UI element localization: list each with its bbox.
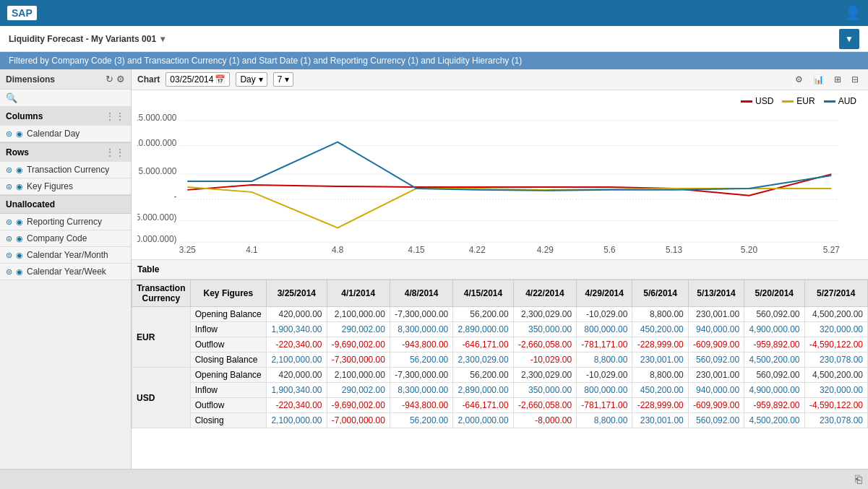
share-icon[interactable]: ⎗ <box>855 473 862 486</box>
value-cell: -609,909.00 <box>688 337 744 352</box>
value-cell: 290,002.00 <box>327 383 390 398</box>
value-cell: 2,890,000.00 <box>453 383 513 398</box>
svg-text:15.000.000: 15.000.000 <box>137 113 177 123</box>
th-date-2: 4/8/2014 <box>390 280 452 307</box>
columns-drag-icon[interactable]: ⋮⋮ <box>105 111 125 122</box>
value-cell: -9,690,002.00 <box>327 398 390 413</box>
value-cell: -4,590,122.00 <box>804 337 868 352</box>
unallocated-item-company-code[interactable]: ⊜ ◉ Company Code <box>0 230 131 247</box>
th-date-1: 4/1/2014 <box>327 280 390 307</box>
value-cell: -7,300,000.00 <box>390 307 452 322</box>
title-bar: Liquidity Forecast - My Variants 001 ▾ ▼ <box>0 26 868 52</box>
legend-color-usd <box>741 100 752 103</box>
date-value: 03/25/2014 <box>170 74 213 85</box>
legend-usd: USD <box>741 96 773 106</box>
value-cell: 290,002.00 <box>327 322 390 337</box>
chart-bar-icon[interactable]: 📊 <box>809 72 828 87</box>
value-cell: 4,500,200.00 <box>744 352 804 368</box>
unallocated-item-calendar-year-month[interactable]: ⊜ ◉ Calendar Year/Month <box>0 247 131 264</box>
value-cell: 8,800.00 <box>632 368 688 383</box>
value-cell: 4,500,200.00 <box>804 307 868 322</box>
value-cell: 4,500,200.00 <box>804 368 868 383</box>
table-row: USDOpening Balance420,000.002,100,000.00… <box>132 368 868 383</box>
title-dropdown-arrow[interactable]: ▾ <box>160 34 165 44</box>
key-figure-cell: Opening Balance <box>190 307 266 322</box>
user-icon[interactable]: 👤 <box>845 5 861 21</box>
value-cell: -228,999.00 <box>632 398 688 413</box>
legend-color-aud <box>824 100 835 103</box>
value-cell: -10,029.00 <box>577 368 632 383</box>
refresh-icon[interactable]: ↻ <box>106 74 113 85</box>
unalloc-circle-icon-1: ◉ <box>16 234 23 243</box>
value-cell: -10,029.00 <box>577 307 632 322</box>
table-row: Inflow1,900,340.00290,002.008,300,000.00… <box>132 383 868 398</box>
key-figure-cell: Opening Balance <box>190 368 266 383</box>
th-date-0: 3/25/2014 <box>267 280 327 307</box>
value-cell: 560,092.00 <box>688 352 744 368</box>
dimensions-icons: ↻ ⚙ <box>106 74 125 85</box>
unalloc-eq-icon-0: ⊜ <box>6 217 12 227</box>
value-cell: -959,892.00 <box>744 398 804 413</box>
legend-color-eur <box>782 100 794 103</box>
chart-settings-icon[interactable]: ⚙ <box>791 72 807 87</box>
legend-aud: AUD <box>824 96 856 106</box>
chart-right-icons: ⚙ 📊 ⊞ ⊟ <box>791 72 862 87</box>
row-item-label-1: Key Figures <box>27 181 73 191</box>
svg-text:-: - <box>173 191 176 202</box>
filter-bar: Filtered by Company Code (3) and Transac… <box>0 52 868 69</box>
unalloc-item-label-0: Reporting Currency <box>27 217 102 227</box>
row-eq-icon-0: ⊜ <box>6 165 12 175</box>
unallocated-item-calendar-year-week[interactable]: ⊜ ◉ Calendar Year/Week <box>0 264 131 280</box>
value-cell: 230,001.00 <box>632 352 688 368</box>
chart-controls-left: Chart 03/25/2014 📅 Day ▾ 7 ▾ <box>137 72 293 87</box>
unalloc-eq-icon-3: ⊜ <box>6 267 12 277</box>
value-cell: -646,171.00 <box>453 398 513 413</box>
svg-text:3.25: 3.25 <box>179 245 197 254</box>
columns-label: Columns <box>6 111 43 121</box>
svg-text:(5.000.000): (5.000.000) <box>137 212 176 222</box>
th-date-6: 5/6/2014 <box>632 280 688 307</box>
date-picker[interactable]: 03/25/2014 📅 <box>166 72 230 87</box>
value-cell: -10,029.00 <box>513 352 576 368</box>
number-select[interactable]: 7 ▾ <box>273 72 294 87</box>
value-cell: 940,000.00 <box>688 322 744 337</box>
value-cell: 2,100,000.00 <box>267 413 327 428</box>
unalloc-item-label-3: Calendar Year/Week <box>27 267 106 277</box>
chart-view-icon[interactable]: ⊟ <box>848 72 862 87</box>
row-item-transaction-currency[interactable]: ⊜ ◉ Transaction Currency <box>0 162 131 178</box>
value-cell: 8,800.00 <box>577 352 632 368</box>
row-item-key-figures[interactable]: ⊜ ◉ Key Figures <box>0 178 131 195</box>
value-cell: -609,909.00 <box>688 398 744 413</box>
columns-section: Columns ⋮⋮ ⊜ ◉ Calendar Day <box>0 107 131 143</box>
chart-grid-icon[interactable]: ⊞ <box>830 72 845 87</box>
dimensions-label: Dimensions <box>6 74 55 85</box>
table-section: Table TransactionCurrency Key Figures 3/… <box>132 260 868 428</box>
value-cell: 940,000.00 <box>688 383 744 398</box>
value-cell: 8,800.00 <box>577 413 632 428</box>
left-panel: Dimensions ↻ ⚙ 🔍 Columns ⋮⋮ ⊜ ◉ Calendar… <box>0 69 132 469</box>
rows-drag-icon[interactable]: ⋮⋮ <box>105 147 125 158</box>
unalloc-circle-icon-2: ◉ <box>16 251 23 260</box>
value-cell: 2,300,029.00 <box>513 307 576 322</box>
svg-text:5.000.000: 5.000.000 <box>139 166 177 176</box>
svg-text:4.15: 4.15 <box>408 245 426 254</box>
value-cell: 2,100,000.00 <box>267 352 327 368</box>
value-cell: -220,340.00 <box>267 337 327 352</box>
value-cell: 320,000.00 <box>804 322 868 337</box>
top-bar: SAP 👤 <box>0 0 868 26</box>
period-select[interactable]: Day ▾ <box>236 72 267 87</box>
value-cell: 230,078.00 <box>804 413 868 428</box>
settings-icon[interactable]: ⚙ <box>116 74 125 85</box>
th-date-3: 4/15/2014 <box>453 280 513 307</box>
filter-toggle-button[interactable]: ▼ <box>839 29 859 49</box>
value-cell: 1,900,340.00 <box>267 383 327 398</box>
svg-text:4.1: 4.1 <box>246 245 258 254</box>
unallocated-item-reporting-currency[interactable]: ⊜ ◉ Reporting Currency <box>0 214 131 230</box>
column-item-calendar-day[interactable]: ⊜ ◉ Calendar Day <box>0 126 131 142</box>
value-cell: 560,092.00 <box>688 413 744 428</box>
key-figure-cell: Outflow <box>190 398 266 413</box>
col-item-label: Calendar Day <box>27 129 80 139</box>
value-cell: 560,092.00 <box>744 368 804 383</box>
th-date-5: 4/29/2014 <box>577 280 632 307</box>
value-cell: -7,300,000.00 <box>390 368 452 383</box>
